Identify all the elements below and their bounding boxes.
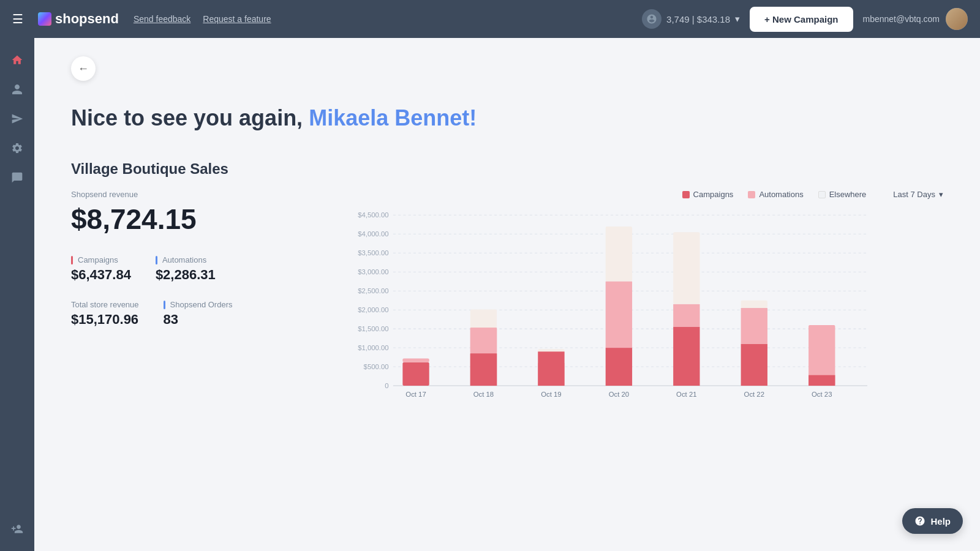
chart-legend: Campaigns Automations Elsewhere Last 7 D… <box>682 190 943 199</box>
bar-oct17-automations <box>402 358 429 362</box>
bar-oct22-campaigns <box>741 344 767 386</box>
greeting-prefix: Nice to see you again, <box>71 105 303 130</box>
sidebar-item-settings[interactable] <box>5 136 29 160</box>
main-layout: ← Nice to see you again, Mikaela Bennet!… <box>0 38 980 551</box>
bar-oct18-automations-2 <box>470 328 497 353</box>
svg-text:Oct 17: Oct 17 <box>405 391 426 398</box>
avatar-image <box>946 8 968 30</box>
legend-campaigns-label: Campaigns <box>693 190 734 199</box>
content-area: ← Nice to see you again, Mikaela Bennet!… <box>34 38 980 551</box>
shopsend-orders-value: 83 <box>164 312 233 328</box>
legend-dot-elsewhere <box>818 191 826 198</box>
help-label: Help <box>930 516 951 527</box>
shopsend-bar-indicator <box>164 301 165 309</box>
credits-value: 3,749 | $343.18 <box>666 14 730 24</box>
legend-elsewhere-label: Elsewhere <box>829 190 867 199</box>
stats-panel: Shopsend revenue $8,724.15 Campaigns $6,… <box>71 190 243 345</box>
back-button[interactable]: ← <box>71 56 96 81</box>
svg-text:$3,500.00: $3,500.00 <box>358 249 388 257</box>
header-links: Send feedback Request a feature <box>134 14 271 24</box>
bar-oct22-elsewhere <box>741 301 767 308</box>
svg-text:Oct 18: Oct 18 <box>473 391 494 398</box>
send-feedback-link[interactable]: Send feedback <box>134 14 190 24</box>
logo-icon <box>38 12 51 26</box>
campaigns-bar-indicator <box>71 256 73 264</box>
shopsend-orders-stat: Shopsend Orders 83 <box>164 300 233 328</box>
svg-text:0: 0 <box>385 382 388 389</box>
svg-text:$500.00: $500.00 <box>364 363 389 370</box>
date-range-chevron: ▾ <box>939 190 943 199</box>
greeting: Nice to see you again, Mikaela Bennet! <box>71 105 943 131</box>
automations-stat: Automations $2,286.31 <box>156 255 216 283</box>
chart-area: $4,500.00 $4,000.00 $3,500.00 $3,000.00 … <box>279 209 943 407</box>
credits-dropdown-icon: ▾ <box>735 13 740 24</box>
date-range-selector[interactable]: Last 7 Days ▾ <box>893 190 943 199</box>
revenue-label: Shopsend revenue <box>71 190 243 199</box>
svg-text:Oct 21: Oct 21 <box>676 391 696 398</box>
svg-text:Oct 20: Oct 20 <box>609 391 629 398</box>
sidebar-item-messages[interactable] <box>5 165 29 190</box>
bar-oct17-campaigns <box>402 362 429 386</box>
stat-group-1: Campaigns $6,437.84 Automations $2,286.3… <box>71 255 243 283</box>
revenue-main: $8,724.15 <box>71 203 243 236</box>
greeting-name: Mikaela Bennet! <box>309 105 477 130</box>
campaigns-stat: Campaigns $6,437.84 <box>71 255 131 283</box>
legend-automations: Automations <box>748 190 803 199</box>
header: ☰ shopsend Send feedback Request a featu… <box>0 0 980 38</box>
chart-header: Campaigns Automations Elsewhere Last 7 D… <box>279 190 943 199</box>
request-feature-link[interactable]: Request a feature <box>203 14 271 24</box>
hamburger-icon[interactable]: ☰ <box>12 12 23 26</box>
user-info: mbennet@vbtq.com <box>863 8 968 30</box>
bar-oct18-elsewhere-top <box>470 310 497 328</box>
campaigns-value: $6,437.84 <box>71 267 131 283</box>
bar-oct21-elsewhere <box>673 232 699 304</box>
bar-oct20-campaigns <box>606 348 632 386</box>
svg-text:$2,500.00: $2,500.00 <box>358 287 388 294</box>
automations-bar-indicator <box>156 256 157 264</box>
header-right: 3,749 | $343.18 ▾ + New Campaign mbennet… <box>642 7 968 32</box>
store-title: Village Boutique Sales <box>71 160 943 178</box>
store-revenue-label: Total store revenue <box>71 300 139 309</box>
store-revenue-value: $15,170.96 <box>71 312 139 328</box>
store-revenue-stat: Total store revenue $15,170.96 <box>71 300 139 328</box>
sidebar-item-home[interactable] <box>5 48 29 72</box>
credits-icon <box>642 9 662 29</box>
svg-text:$1,000.00: $1,000.00 <box>358 344 388 351</box>
svg-text:$2,000.00: $2,000.00 <box>358 306 388 313</box>
stat-group-2: Total store revenue $15,170.96 Shopsend … <box>71 300 243 328</box>
sidebar-item-contacts[interactable] <box>5 77 29 102</box>
campaigns-label: Campaigns <box>71 255 131 264</box>
svg-text:$4,500.00: $4,500.00 <box>358 211 388 219</box>
logo: shopsend <box>38 11 119 27</box>
legend-dot-automations <box>748 191 755 198</box>
dashboard-grid: Shopsend revenue $8,724.15 Campaigns $6,… <box>71 190 943 407</box>
svg-text:Oct 23: Oct 23 <box>812 391 832 398</box>
shopsend-orders-label: Shopsend Orders <box>164 300 233 309</box>
credits-display[interactable]: 3,749 | $343.18 ▾ <box>642 9 740 29</box>
bar-chart: $4,500.00 $4,000.00 $3,500.00 $3,000.00 … <box>279 209 943 405</box>
automations-label: Automations <box>156 255 216 264</box>
legend-campaigns: Campaigns <box>682 190 734 199</box>
header-left: ☰ shopsend Send feedback Request a featu… <box>12 11 271 27</box>
svg-text:Oct 19: Oct 19 <box>541 391 561 398</box>
svg-text:$3,000.00: $3,000.00 <box>358 268 388 276</box>
new-campaign-button[interactable]: + New Campaign <box>750 7 853 32</box>
bar-oct20-automations <box>606 282 632 348</box>
bar-oct23-campaigns <box>809 375 835 386</box>
legend-dot-campaigns <box>682 191 690 198</box>
sidebar-item-add-user[interactable] <box>5 517 29 541</box>
svg-text:Oct 22: Oct 22 <box>744 391 764 398</box>
bar-oct22-automations <box>741 308 767 344</box>
help-icon <box>914 515 925 527</box>
bar-oct21-automations <box>673 304 699 327</box>
bar-oct21-campaigns <box>673 327 699 386</box>
sidebar <box>0 38 34 551</box>
bar-oct18-campaigns-2 <box>470 353 497 386</box>
sidebar-item-campaigns[interactable] <box>5 107 29 131</box>
bar-oct19-campaigns <box>538 351 564 386</box>
svg-text:$4,000.00: $4,000.00 <box>358 230 388 238</box>
user-email: mbennet@vbtq.com <box>863 14 940 24</box>
legend-elsewhere: Elsewhere <box>818 190 867 199</box>
bar-oct20-elsewhere <box>606 227 632 282</box>
help-button[interactable]: Help <box>902 508 963 534</box>
